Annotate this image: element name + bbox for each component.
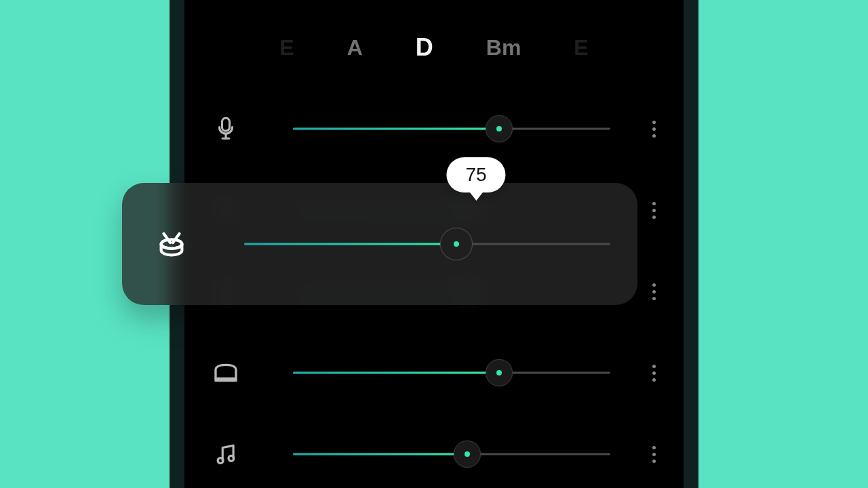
drum-icon (156, 228, 187, 260)
more-menu-button[interactable] (646, 441, 662, 468)
chord-item-current: D (416, 33, 433, 62)
chord-item: A (347, 35, 363, 60)
slider-thumb[interactable] (486, 115, 513, 142)
slider-thumb[interactable] (486, 359, 513, 386)
mic-icon (210, 113, 241, 144)
track-row-other (184, 413, 684, 488)
chord-item: E (279, 35, 294, 60)
more-menu-button[interactable] (646, 197, 662, 224)
svg-point-3 (229, 455, 234, 461)
music-note-icon (210, 439, 241, 470)
slider-fill (293, 372, 499, 374)
svg-point-2 (218, 458, 223, 464)
volume-slider-vocals[interactable] (293, 127, 610, 130)
more-menu-button[interactable] (646, 115, 662, 142)
stage: E A D Bm E (0, 0, 868, 488)
volume-slider-other[interactable] (293, 453, 610, 455)
chord-item: Bm (486, 35, 521, 60)
tooltip-value: 75 (465, 164, 486, 185)
volume-slider-piano[interactable] (293, 371, 610, 374)
slider-fill (293, 453, 467, 455)
chord-strip: E A D Bm E (184, 30, 684, 64)
slider-fill (293, 128, 499, 130)
piano-icon (210, 357, 241, 388)
more-menu-button[interactable] (646, 359, 662, 386)
track-row-piano (184, 332, 684, 413)
track-overlay-drums (122, 183, 637, 305)
slider-fill (244, 243, 456, 245)
more-menu-button[interactable] (646, 278, 662, 305)
chord-item: E (574, 35, 588, 60)
slider-thumb[interactable] (440, 228, 473, 260)
volume-slider-drums[interactable] (244, 243, 610, 245)
slider-tooltip: 75 (446, 157, 505, 192)
track-row-vocals (184, 88, 684, 169)
slider-thumb[interactable] (454, 441, 481, 468)
